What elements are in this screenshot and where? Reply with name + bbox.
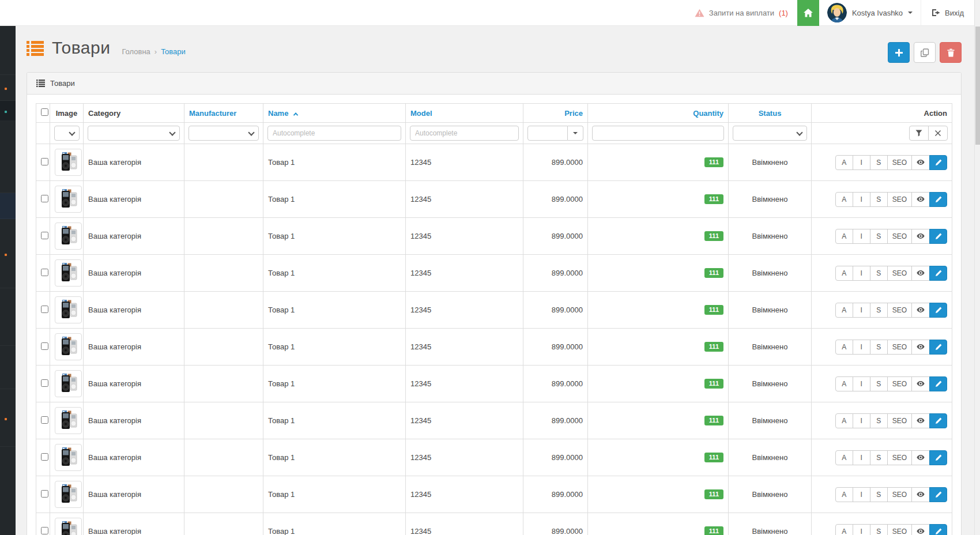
action-seo-button[interactable]: SEO (887, 487, 912, 502)
col-header-status[interactable]: Status (729, 104, 812, 123)
breadcrumb-home-link[interactable]: Головна (122, 47, 150, 56)
action-i-button[interactable]: I (853, 487, 870, 502)
action-s-button[interactable]: S (870, 524, 888, 535)
view-button[interactable] (911, 192, 930, 207)
action-seo-button[interactable]: SEO (887, 376, 912, 391)
sidebar-nav[interactable] (0, 26, 16, 535)
add-product-button[interactable] (888, 42, 910, 63)
action-i-button[interactable]: I (853, 413, 870, 428)
action-a-button[interactable]: A (835, 303, 853, 318)
action-seo-button[interactable]: SEO (887, 340, 912, 355)
view-button[interactable] (911, 413, 930, 428)
view-button[interactable] (911, 450, 930, 465)
copy-product-button[interactable] (914, 42, 936, 63)
row-checkbox[interactable] (41, 379, 48, 387)
price-filter-dropdown-button[interactable] (568, 126, 583, 141)
row-checkbox[interactable] (41, 416, 48, 424)
action-s-button[interactable]: S (870, 192, 888, 207)
action-i-button[interactable]: I (853, 266, 870, 281)
category-filter-select[interactable] (88, 126, 180, 141)
edit-button[interactable] (929, 450, 947, 465)
view-button[interactable] (911, 487, 930, 502)
action-seo-button[interactable]: SEO (887, 524, 912, 535)
sidebar-item[interactable] (0, 121, 16, 193)
action-seo-button[interactable]: SEO (887, 450, 912, 465)
home-button[interactable] (797, 0, 819, 26)
edit-button[interactable] (929, 155, 947, 170)
action-a-button[interactable]: A (835, 155, 853, 170)
action-a-button[interactable]: A (835, 340, 853, 355)
edit-button[interactable] (929, 340, 947, 355)
action-s-button[interactable]: S (870, 487, 888, 502)
edit-button[interactable] (929, 487, 947, 502)
sidebar-item[interactable] (0, 101, 16, 121)
view-button[interactable] (911, 303, 930, 318)
view-button[interactable] (911, 266, 930, 281)
action-i-button[interactable]: I (853, 340, 870, 355)
user-menu[interactable]: Kostya Ivashko (819, 0, 921, 26)
sidebar-item[interactable] (0, 447, 16, 535)
action-a-button[interactable]: A (835, 450, 853, 465)
sidebar-item[interactable] (0, 219, 16, 288)
view-button[interactable] (911, 229, 930, 244)
col-header-price[interactable]: Price (523, 104, 588, 123)
logout-button[interactable]: Вихід (921, 0, 974, 26)
clear-filter-button[interactable] (928, 126, 948, 141)
action-i-button[interactable]: I (853, 450, 870, 465)
action-s-button[interactable]: S (870, 266, 888, 281)
action-a-button[interactable]: A (835, 524, 853, 535)
action-s-button[interactable]: S (870, 376, 888, 391)
edit-button[interactable] (929, 524, 947, 535)
manufacturer-filter-select[interactable] (189, 126, 259, 141)
action-s-button[interactable]: S (870, 340, 888, 355)
action-a-button[interactable]: A (835, 376, 853, 391)
row-checkbox[interactable] (41, 453, 48, 461)
row-checkbox[interactable] (41, 269, 48, 276)
price-filter-input[interactable] (527, 126, 568, 141)
row-checkbox[interactable] (41, 306, 48, 313)
delete-product-button[interactable] (940, 42, 962, 63)
action-seo-button[interactable]: SEO (887, 266, 912, 281)
row-checkbox[interactable] (41, 158, 48, 165)
view-button[interactable] (911, 155, 930, 170)
sidebar-item[interactable] (0, 389, 16, 447)
action-i-button[interactable]: I (853, 376, 870, 391)
action-seo-button[interactable]: SEO (887, 192, 912, 207)
action-s-button[interactable]: S (870, 155, 888, 170)
scrollbar[interactable] (974, 0, 980, 535)
select-all-checkbox[interactable] (41, 108, 48, 116)
action-a-button[interactable]: A (835, 229, 853, 244)
action-i-button[interactable]: I (853, 192, 870, 207)
action-i-button[interactable]: I (853, 303, 870, 318)
sidebar-item[interactable] (0, 346, 16, 389)
edit-button[interactable] (929, 266, 947, 281)
action-s-button[interactable]: S (870, 303, 888, 318)
status-filter-select[interactable] (733, 126, 807, 141)
image-filter-select[interactable] (54, 126, 80, 141)
sidebar-item-active[interactable] (0, 193, 16, 219)
view-button[interactable] (911, 376, 930, 391)
edit-button[interactable] (929, 229, 947, 244)
edit-button[interactable] (929, 192, 947, 207)
col-header-quantity[interactable]: Quantity (588, 104, 729, 123)
action-s-button[interactable]: S (870, 229, 888, 244)
col-header-model[interactable]: Model (406, 104, 523, 123)
edit-button[interactable] (929, 303, 947, 318)
action-i-button[interactable]: I (853, 155, 870, 170)
quantity-filter-input[interactable] (592, 126, 724, 141)
view-button[interactable] (911, 340, 930, 355)
action-a-button[interactable]: A (835, 413, 853, 428)
scrollbar-thumb[interactable] (975, 27, 980, 145)
action-i-button[interactable]: I (853, 229, 870, 244)
action-a-button[interactable]: A (835, 192, 853, 207)
col-header-name-sorted[interactable]: Name (263, 104, 406, 123)
action-s-button[interactable]: S (870, 413, 888, 428)
action-s-button[interactable]: S (870, 450, 888, 465)
edit-button[interactable] (929, 413, 947, 428)
model-filter-input[interactable] (410, 126, 519, 141)
action-a-button[interactable]: A (835, 266, 853, 281)
row-checkbox[interactable] (41, 232, 48, 239)
action-a-button[interactable]: A (835, 487, 853, 502)
sidebar-item[interactable] (0, 26, 16, 75)
action-seo-button[interactable]: SEO (887, 155, 912, 170)
